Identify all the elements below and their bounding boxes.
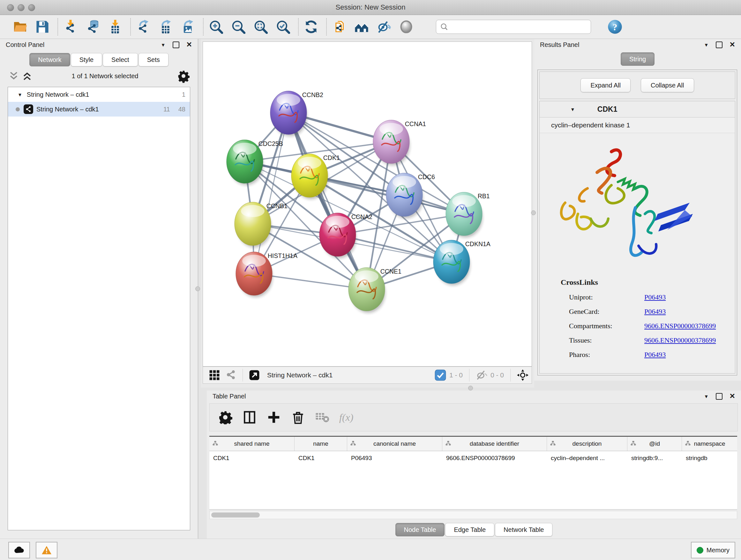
string-hide-icon[interactable] (377, 19, 391, 34)
minimize-window-button[interactable] (17, 4, 24, 11)
navigator-icon[interactable] (517, 369, 529, 381)
network-node-CDKN1A[interactable]: CDKN1A (433, 240, 490, 286)
import-table-icon[interactable] (108, 19, 123, 34)
manage-columns-icon[interactable] (242, 410, 257, 425)
float-results-icon[interactable] (716, 42, 723, 48)
search-box[interactable] (436, 20, 591, 34)
save-session-icon[interactable] (35, 19, 50, 34)
network-row[interactable]: String Network – cdk1 11 48 (8, 102, 190, 117)
share-view-icon[interactable] (225, 369, 237, 381)
svg-text:?: ? (613, 22, 617, 32)
column-header-canonical-name[interactable]: canonical name (347, 437, 442, 451)
zoom-in-icon[interactable] (209, 19, 223, 34)
export-image-icon[interactable] (181, 19, 195, 34)
close-panel-icon[interactable]: ✕ (186, 41, 192, 48)
network-node-CCNA2[interactable]: CCNA2 (320, 213, 373, 258)
right-splitter-grip[interactable] (531, 210, 536, 215)
node-table: shared namenamecanonical namedatabase id… (209, 436, 737, 509)
crosslink-link[interactable]: 9606.ENSP00000378699 (644, 333, 716, 348)
collapse-results-icon[interactable]: ▼ (704, 43, 709, 47)
network-node-CCNE1[interactable]: CCNE1 (348, 267, 401, 313)
protein-header-row[interactable]: ▼ CDK1 (540, 101, 735, 118)
tab-node-table[interactable]: Node Table (395, 523, 445, 537)
string-import-icon[interactable] (332, 19, 347, 34)
column-header-name[interactable]: name (294, 437, 347, 451)
expand-all-networks-icon[interactable] (8, 71, 19, 81)
grid-view-icon[interactable] (209, 369, 220, 381)
collapse-all-networks-icon[interactable] (22, 71, 32, 81)
network-node-HIST1H1A[interactable]: HIST1H1A (236, 252, 297, 297)
float-table-icon[interactable] (716, 393, 723, 400)
selected-checkbox-icon[interactable] (434, 369, 446, 381)
close-results-icon[interactable]: ✕ (730, 41, 735, 48)
close-window-button[interactable] (7, 4, 14, 11)
table-settings-gear-icon[interactable] (218, 410, 232, 425)
cloud-button[interactable] (8, 542, 30, 558)
collection-label: String Network – cdk1 (27, 91, 89, 98)
table-panel-title: Table Panel (212, 393, 246, 400)
open-session-icon[interactable] (13, 19, 27, 34)
crosslink-link[interactable]: P06493 (644, 348, 666, 362)
string-home-icon[interactable] (354, 19, 369, 34)
string-eye-icon[interactable] (399, 19, 414, 34)
search-icon (440, 23, 448, 31)
network-canvas[interactable]: CCNB2 CCNA1 CDC25B CDK1 (203, 42, 532, 367)
refresh-icon[interactable] (304, 19, 319, 34)
export-network-icon[interactable] (136, 19, 151, 34)
network-options-gear-icon[interactable] (178, 70, 190, 82)
tab-sets[interactable]: Sets (138, 53, 169, 66)
column-header-description[interactable]: description (547, 437, 627, 451)
close-table-icon[interactable]: ✕ (730, 393, 735, 400)
crosslink-link[interactable]: P06493 (644, 304, 666, 319)
crosslink-label: Tissues: (561, 333, 644, 348)
tab-edge-table[interactable]: Edge Table (445, 523, 494, 537)
table-row[interactable]: CDK1CDK1P064939606.ENSP00000378699cyclin… (209, 451, 737, 465)
collapse-all-button[interactable]: Collapse All (641, 78, 694, 92)
zoom-fit-icon[interactable] (253, 19, 268, 34)
hscrollbar-thumb[interactable] (211, 512, 260, 517)
open-external-icon[interactable] (249, 369, 260, 381)
zoom-window-button[interactable] (28, 4, 35, 11)
zoom-out-icon[interactable] (231, 19, 246, 34)
crosslink-link[interactable]: 9606.ENSP00000378699 (644, 319, 716, 333)
search-input[interactable] (448, 23, 591, 31)
column-header--id[interactable]: @id (627, 437, 682, 451)
zoom-selected-icon[interactable] (276, 19, 290, 34)
network-node-CCNB1[interactable]: CCNB1 (234, 202, 287, 247)
import-network-icon[interactable] (63, 19, 78, 34)
warning-button[interactable] (36, 542, 57, 558)
table-cell: stringdb:9... (627, 451, 682, 465)
column-header-shared-name[interactable]: shared name (209, 437, 294, 451)
add-column-icon[interactable] (266, 410, 281, 425)
column-header-database-identifier[interactable]: database identifier (442, 437, 547, 451)
help-button[interactable]: ? (608, 19, 622, 34)
network-collection-row[interactable]: ▼ String Network – cdk1 1 (8, 87, 190, 102)
network-node-CCNA1[interactable]: CCNA1 (373, 120, 426, 165)
expand-all-button[interactable]: Expand All (581, 78, 630, 92)
network-node-CCNB2[interactable]: CCNB2 (270, 91, 323, 136)
protein-expand-icon[interactable]: ▼ (570, 107, 575, 112)
network-node-RB1[interactable]: RB1 (446, 192, 490, 238)
delete-column-icon[interactable] (291, 410, 306, 425)
tab-style[interactable]: Style (71, 53, 102, 66)
tab-network-table[interactable]: Network Table (495, 523, 552, 537)
tab-network[interactable]: Network (29, 53, 70, 66)
collapse-table-icon[interactable]: ▼ (704, 394, 709, 399)
tab-select[interactable]: Select (103, 53, 138, 66)
import-database-icon[interactable] (85, 19, 100, 34)
left-splitter-grip[interactable] (195, 287, 200, 291)
crosslink-link[interactable]: P06493 (644, 290, 666, 304)
float-panel-icon[interactable] (173, 42, 179, 48)
tab-string[interactable]: String (621, 52, 655, 66)
memory-button[interactable]: Memory (691, 542, 735, 558)
collapse-panel-icon[interactable]: ▼ (161, 43, 165, 47)
network-node-CDC6[interactable]: CDC6 (386, 173, 435, 219)
memory-label: Memory (706, 547, 730, 554)
horizontal-splitter-grip[interactable] (468, 386, 473, 390)
table-hscrollbar[interactable] (209, 511, 737, 519)
hidden-eye-icon[interactable] (476, 369, 487, 381)
column-header-namespace[interactable]: namespace (682, 437, 737, 451)
export-table-icon[interactable] (158, 19, 173, 34)
collection-expand-icon[interactable]: ▼ (17, 92, 22, 97)
svg-text:HIST1H1A: HIST1H1A (268, 252, 297, 259)
